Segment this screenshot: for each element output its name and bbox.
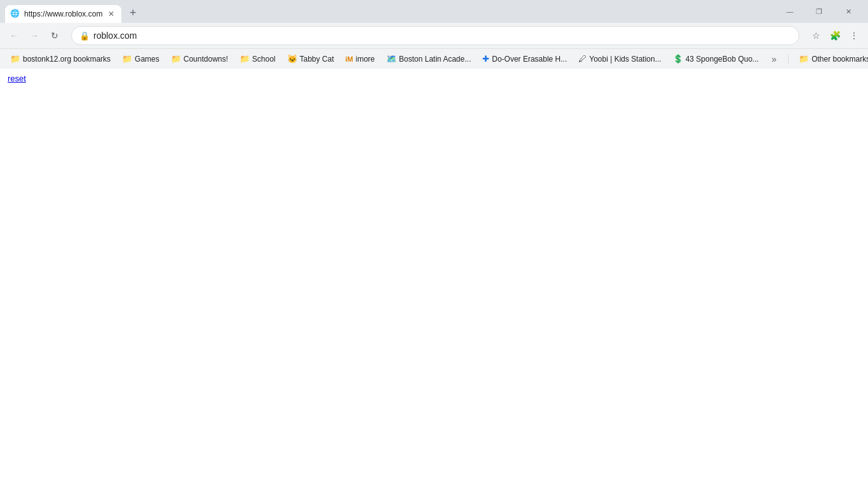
bookmark-label: Countdowns! [184, 55, 228, 64]
close-button[interactable]: ✕ [834, 0, 863, 23]
tab-close-button[interactable]: ✕ [106, 9, 116, 19]
bookmark-countdowns[interactable]: 📁 Countdowns! [166, 52, 233, 65]
nav-actions: ☆ 🧩 ⋮ [807, 27, 863, 44]
bookmark-spongebob[interactable]: 💲 43 SpongeBob Quo... [668, 52, 764, 65]
bookmarks-overflow: » 📁 Other bookmarks [765, 50, 868, 68]
chrome-menu-button[interactable]: ⋮ [845, 27, 863, 44]
title-bar: 🌐 https://www.roblox.com ✕ + — ❐ ✕ [0, 0, 868, 23]
address-bar[interactable]: 🔒 roblox.com [71, 26, 799, 45]
bookmark-games[interactable]: 📁 Games [117, 52, 165, 65]
bookmark-tabbycat[interactable]: 🐱 Tabby Cat [282, 52, 339, 65]
bookmark-bostonlatin[interactable]: 🗺️ Boston Latin Acade... [381, 52, 476, 65]
bookmark-school[interactable]: 📁 School [234, 52, 281, 65]
browser-frame: 🌐 https://www.roblox.com ✕ + — ❐ ✕ ← → ↻… [0, 0, 868, 488]
divider [788, 54, 789, 64]
bookmarks-bar: 📁 bostonk12.org bookmarks 📁 Games 📁 Coun… [0, 48, 868, 69]
folder-icon: 📁 [240, 54, 250, 64]
folder-icon: 📁 [799, 54, 809, 64]
maximize-button[interactable]: ❐ [804, 0, 834, 23]
bookmark-label: Boston Latin Acade... [399, 55, 471, 64]
active-tab[interactable]: 🌐 https://www.roblox.com ✕ [5, 5, 121, 23]
overflow-button[interactable]: » [765, 50, 783, 68]
bookmark-label: bostonk12.org bookmarks [23, 55, 111, 64]
address-bar-wrapper: 🔒 roblox.com [71, 26, 799, 45]
forward-button[interactable]: → [25, 27, 43, 44]
folder-icon: 📁 [122, 54, 132, 64]
url-text: roblox.com [93, 30, 791, 41]
bookmark-imore[interactable]: iM imore [341, 53, 380, 65]
folder-icon: 📁 [10, 54, 20, 64]
extensions-button[interactable]: 🧩 [826, 27, 844, 44]
bookmark-label: Other bookmarks [811, 55, 868, 64]
folder-icon: 📁 [171, 54, 181, 64]
bookmark-label: imore [356, 55, 375, 64]
bookmark-label: School [252, 55, 276, 64]
bookmark-label: Tabby Cat [300, 55, 334, 64]
minimize-button[interactable]: — [775, 0, 804, 23]
reset-link[interactable]: reset [8, 74, 26, 83]
bookmark-label: Yoobi | Kids Station... [589, 55, 661, 64]
bookmark-label: Do-Over Erasable H... [492, 55, 567, 64]
lock-icon: 🔒 [79, 31, 90, 41]
bookmark-yoobi[interactable]: 🖊 Yoobi | Kids Station... [573, 52, 666, 65]
spongebob-favicon: 💲 [673, 54, 683, 64]
bookmark-doover[interactable]: ✚ Do-Over Erasable H... [477, 52, 572, 65]
tab-title: https://www.roblox.com [24, 10, 102, 18]
doover-favicon: ✚ [482, 54, 489, 64]
back-button[interactable]: ← [5, 27, 23, 44]
window-controls: — ❐ ✕ [770, 0, 868, 23]
bookmark-label: Games [135, 55, 159, 64]
bookmark-bostonk12[interactable]: 📁 bostonk12.org bookmarks [5, 52, 116, 65]
tab-favicon: 🌐 [10, 9, 20, 19]
other-bookmarks[interactable]: 📁 Other bookmarks [794, 52, 868, 65]
yoobi-favicon: 🖊 [578, 54, 587, 64]
imore-favicon: iM [346, 55, 353, 63]
page-content: reset [0, 69, 868, 488]
bookmark-star-button[interactable]: ☆ [807, 27, 825, 44]
reload-button[interactable]: ↻ [46, 27, 64, 44]
bostonlatin-favicon: 🗺️ [386, 54, 397, 64]
tabbycat-favicon: 🐱 [287, 54, 297, 64]
tab-strip: 🌐 https://www.roblox.com ✕ + [0, 4, 770, 23]
navigation-bar: ← → ↻ 🔒 roblox.com ☆ 🧩 ⋮ [0, 23, 868, 48]
new-tab-button[interactable]: + [124, 4, 142, 22]
bookmark-label: 43 SpongeBob Quo... [686, 55, 759, 64]
